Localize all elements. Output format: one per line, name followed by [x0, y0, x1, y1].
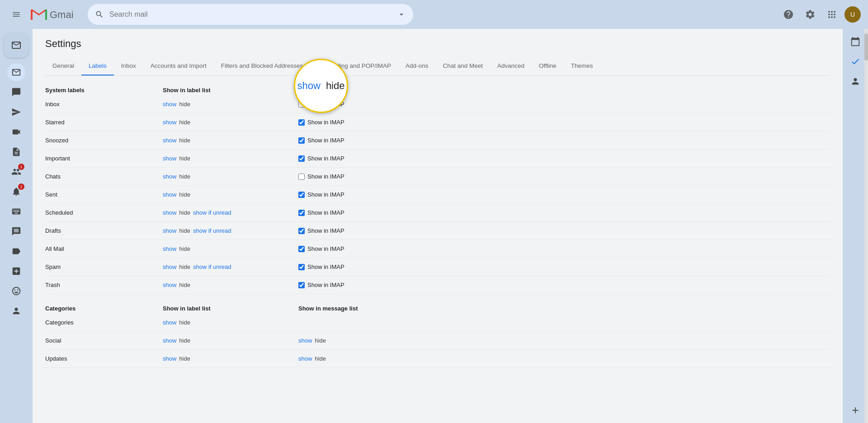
snoozed-imap-checkbox[interactable]	[298, 137, 305, 144]
search-input[interactable]	[109, 10, 392, 19]
svg-text:Gmail: Gmail	[50, 9, 73, 20]
updates-show-link[interactable]: show	[163, 355, 176, 362]
allmail-imap-col: Show in IMAP	[298, 245, 344, 252]
starred-imap-checkbox[interactable]	[298, 119, 305, 126]
spam-showifunread-link[interactable]: show if unread	[193, 263, 231, 270]
allmail-show-link[interactable]: show	[163, 245, 176, 252]
apps-icon[interactable]	[823, 5, 841, 24]
drafts-hide-text[interactable]: hide	[179, 227, 190, 234]
important-imap-checkbox[interactable]	[298, 155, 305, 162]
important-show-link[interactable]: show	[163, 155, 176, 162]
tab-addons[interactable]: Add-ons	[398, 57, 435, 76]
snoozed-hide-text[interactable]: hide	[179, 137, 190, 144]
trash-hide-text[interactable]: hide	[179, 282, 190, 288]
label-name-social: Social	[45, 337, 163, 344]
compose-button[interactable]	[4, 33, 29, 58]
scheduled-imap-checkbox[interactable]	[298, 210, 305, 216]
label-name-starred: Starred	[45, 119, 163, 126]
categories-show-link[interactable]: show	[163, 319, 176, 326]
spam-hide-text[interactable]: hide	[179, 263, 190, 270]
starred-show-link[interactable]: show	[163, 119, 176, 126]
sent-imap-col: Show in IMAP	[298, 191, 344, 198]
label-row-allmail: All Mail show hide Show in IMAP	[45, 240, 830, 258]
sidebar-item-chat[interactable]	[7, 83, 25, 101]
allmail-imap-checkbox[interactable]	[298, 246, 305, 252]
updates-hide-text[interactable]: hide	[179, 355, 190, 362]
sent-show-link[interactable]: show	[163, 191, 176, 198]
settings-icon[interactable]	[801, 5, 819, 24]
sidebar-item-mail[interactable]	[7, 63, 25, 81]
trash-imap-checkbox[interactable]	[298, 282, 305, 288]
drafts-imap-checkbox[interactable]	[298, 228, 305, 234]
sidebar-item-alert[interactable]: 1	[7, 183, 25, 201]
menu-icon[interactable]	[7, 5, 25, 24]
search-dropdown-icon[interactable]	[397, 10, 406, 19]
inbox-show-link[interactable]: show	[163, 101, 176, 108]
sidebar-item-doc[interactable]	[7, 143, 25, 161]
avatar[interactable]: U	[844, 6, 861, 23]
scrollbar[interactable]	[864, 29, 868, 423]
tab-themes[interactable]: Themes	[564, 57, 600, 76]
search-bar[interactable]	[88, 4, 413, 25]
tab-chat[interactable]: Chat and Meet	[435, 57, 490, 76]
spam-show-link[interactable]: show	[163, 263, 176, 270]
social-msg-show-link[interactable]: show	[298, 337, 312, 344]
sidebar-item-keyboard[interactable]	[7, 202, 25, 221]
label-row-snoozed: Snoozed show hide Show in IMAP	[45, 132, 830, 150]
sent-imap-checkbox[interactable]	[298, 192, 305, 198]
updates-msg-show-link[interactable]: show	[298, 355, 312, 362]
scheduled-show-link[interactable]: show	[163, 209, 176, 216]
scheduled-imap-label: Show in IMAP	[307, 209, 344, 216]
right-check-icon[interactable]	[846, 52, 864, 70]
right-calendar-icon[interactable]	[846, 33, 864, 51]
important-hide-text[interactable]: hide	[179, 155, 190, 162]
categories-hide-text[interactable]: hide	[179, 319, 190, 326]
label-actions-inbox: show hide	[163, 101, 298, 108]
snoozed-show-link[interactable]: show	[163, 137, 176, 144]
starred-hide-text[interactable]: hide	[179, 119, 190, 126]
help-icon[interactable]	[779, 5, 797, 24]
updates-msg-actions: show hide	[298, 355, 434, 362]
sidebar-item-video[interactable]	[7, 123, 25, 141]
inbox-imap-checkbox[interactable]	[298, 101, 305, 108]
tab-filters[interactable]: Filters and Blocked Addresses	[214, 57, 311, 76]
chats-imap-checkbox[interactable]	[298, 174, 305, 180]
tab-forwarding[interactable]: Forwarding and POP/IMAP	[310, 57, 398, 76]
tab-general[interactable]: General	[45, 57, 81, 76]
social-show-link[interactable]: show	[163, 337, 176, 344]
trash-show-link[interactable]: show	[163, 282, 176, 288]
drafts-showifunread-link[interactable]: show if unread	[193, 227, 231, 234]
tab-labels[interactable]: Labels	[81, 57, 114, 76]
sidebar-item-chat2[interactable]	[7, 222, 25, 240]
tab-advanced[interactable]: Advanced	[490, 57, 532, 76]
tab-inbox[interactable]: Inbox	[114, 57, 143, 76]
scrollbar-thumb[interactable]	[864, 33, 868, 61]
inbox-hide-text[interactable]: hide	[179, 101, 190, 108]
sent-hide-text[interactable]: hide	[179, 191, 190, 198]
social-hide-text[interactable]: hide	[179, 337, 190, 344]
sidebar-item-send[interactable]	[7, 103, 25, 121]
right-add-icon[interactable]	[846, 401, 864, 419]
categories-col-msg: Show in message list	[298, 305, 358, 312]
chats-show-link[interactable]: show	[163, 173, 176, 180]
drafts-show-link[interactable]: show	[163, 227, 176, 234]
sidebar-item-smiley[interactable]	[7, 282, 25, 300]
sidebar-item-tag[interactable]	[7, 242, 25, 260]
label-actions-updates: show hide	[163, 355, 298, 362]
label-name-categories: Categories	[45, 319, 163, 326]
settings-tabs: General Labels Inbox Accounts and Import…	[45, 57, 830, 76]
right-person-icon[interactable]	[846, 72, 864, 90]
tab-accounts[interactable]: Accounts and Import	[143, 57, 214, 76]
tab-offline[interactable]: Offline	[532, 57, 564, 76]
scheduled-showifunread-link[interactable]: show if unread	[193, 209, 231, 216]
allmail-hide-text[interactable]: hide	[179, 245, 190, 252]
updates-msg-hide-text[interactable]: hide	[315, 355, 326, 362]
sidebar-item-user[interactable]	[7, 302, 25, 320]
social-msg-hide-text[interactable]: hide	[315, 337, 326, 344]
spam-imap-checkbox[interactable]	[298, 264, 305, 270]
contacts-badge: 1	[18, 164, 24, 170]
sidebar-item-contacts[interactable]: 1	[7, 163, 25, 181]
scheduled-hide-text[interactable]: hide	[179, 209, 190, 216]
sidebar-item-add[interactable]	[7, 262, 25, 280]
chats-hide-text[interactable]: hide	[179, 173, 190, 180]
